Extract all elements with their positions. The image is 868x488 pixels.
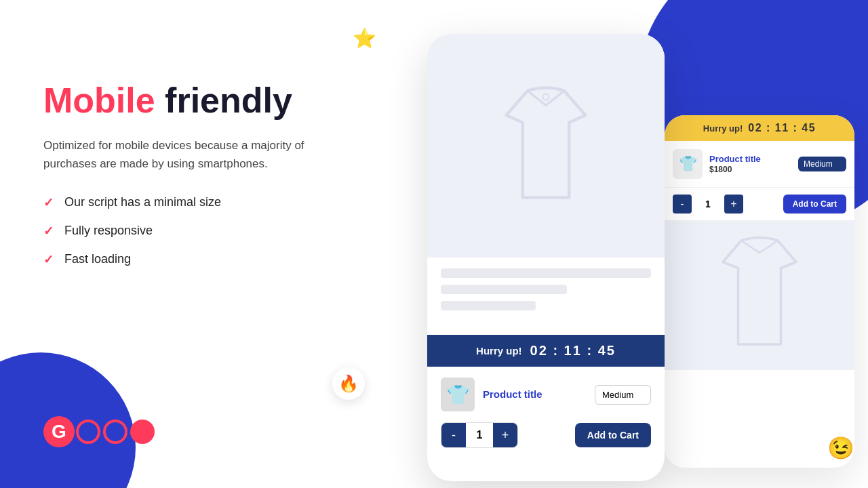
- logo-circle-1: [76, 420, 100, 444]
- main-hurry-label: Hurry up!: [476, 345, 522, 357]
- logo-g-letter: G: [43, 416, 75, 447]
- main-add-to-cart-button[interactable]: Add to Cart: [575, 423, 651, 447]
- main-add-to-cart-section: 👕 Product title Medium Small Large XL: [427, 367, 665, 422]
- main-product-image-area: [427, 34, 665, 258]
- secondary-product-thumb: 👕: [673, 149, 703, 179]
- features-list: ✓ Our script has a minimal size ✓ Fully …: [43, 195, 369, 267]
- headline-friendly: friendly: [155, 81, 292, 120]
- logo: G: [43, 416, 155, 447]
- main-countdown-bar: Hurry up! 02 : 11 : 45: [427, 335, 665, 367]
- secondary-size-select[interactable]: Medium Small Large: [798, 157, 846, 171]
- secondary-countdown-bar: Hurry up! 02 : 11 : 45: [665, 115, 854, 141]
- star-decoration: ⭐: [353, 27, 376, 49]
- svg-point-0: [543, 94, 549, 100]
- check-icon-1: ✓: [43, 195, 54, 210]
- phone-screen: Hurry up! 02 : 11 : 45 👕 Product title M…: [427, 34, 665, 481]
- description-text: Optimized for mobile devices because a m…: [43, 136, 328, 173]
- secondary-shirt-svg: [698, 228, 821, 363]
- phone-main: Hurry up! 02 : 11 : 45 👕 Product title M…: [427, 34, 665, 481]
- feature-item-2: ✓ Fully responsive: [43, 224, 369, 239]
- feature-label-3: Fast loading: [64, 252, 131, 266]
- headline-mobile: Mobile: [43, 81, 155, 120]
- secondary-qty-decrease[interactable]: -: [673, 195, 692, 214]
- secondary-product-info: Product title $1800: [709, 154, 791, 175]
- main-qty-value: 1: [466, 429, 493, 441]
- main-qty-decrease[interactable]: -: [441, 423, 466, 447]
- main-timer: 02 : 11 : 45: [530, 343, 616, 359]
- secondary-add-to-cart-button[interactable]: Add to Cart: [783, 195, 846, 214]
- secondary-thumb-icon: 👕: [679, 155, 697, 173]
- main-qty-increase[interactable]: +: [493, 423, 517, 447]
- secondary-product-row: 👕 Product title $1800 Medium Small Large: [665, 141, 854, 188]
- left-content: Mobile friendly Optimized for mobile dev…: [43, 81, 369, 267]
- logo-circle-2: [103, 420, 127, 444]
- secondary-shirt-area: [665, 221, 854, 370]
- feature-item-3: ✓ Fast loading: [43, 252, 369, 267]
- secondary-qty-row: - 1 + Add to Cart: [665, 188, 854, 221]
- logo-circle-filled: [130, 420, 155, 444]
- main-thumb-icon: 👕: [446, 384, 470, 406]
- main-qty-controls: - 1 +: [441, 422, 518, 448]
- main-product-name: Product title: [483, 388, 587, 401]
- wink-decoration: 😉: [827, 435, 854, 461]
- main-product-thumb: 👕: [441, 378, 475, 411]
- main-shirt-svg: [485, 78, 607, 214]
- secondary-product-price: $1800: [709, 165, 791, 174]
- feature-item-1: ✓ Our script has a minimal size: [43, 195, 369, 210]
- logo-container: G: [43, 416, 155, 447]
- info-line-3: [441, 301, 536, 310]
- logo-circles: [76, 420, 155, 444]
- secondary-hurry-label: Hurry up!: [703, 123, 743, 134]
- main-size-select[interactable]: Medium Small Large XL: [595, 385, 651, 405]
- info-line-2: [441, 285, 567, 294]
- main-qty-atc-row: - 1 + Add to Cart: [427, 422, 665, 459]
- phone-secondary: Hurry up! 02 : 11 : 45 👕 Product title $…: [665, 115, 854, 468]
- secondary-product-name: Product title: [709, 154, 791, 165]
- secondary-qty-increase[interactable]: +: [724, 195, 743, 214]
- secondary-qty-value: 1: [697, 199, 719, 209]
- check-icon-2: ✓: [43, 224, 54, 239]
- fire-decoration: 🔥: [332, 367, 365, 400]
- product-info-placeholder: [427, 258, 665, 328]
- secondary-timer: 02 : 11 : 45: [748, 122, 816, 134]
- phones-container: Hurry up! 02 : 11 : 45 👕 Product title $…: [393, 20, 868, 488]
- headline: Mobile friendly: [43, 81, 369, 120]
- check-icon-3: ✓: [43, 252, 54, 267]
- info-line-1: [441, 268, 651, 278]
- feature-label-1: Our script has a minimal size: [64, 195, 221, 209]
- feature-label-2: Fully responsive: [64, 224, 153, 238]
